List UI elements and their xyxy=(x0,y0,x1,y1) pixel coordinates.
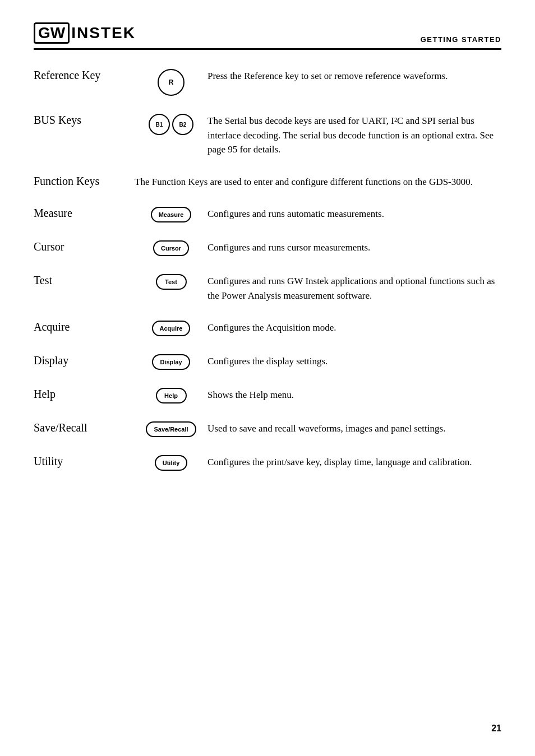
key-name-bus: BUS Keys xyxy=(34,112,135,127)
key-icon-reference: R xyxy=(135,67,207,96)
row-measure: Measure Measure Configures and runs auto… xyxy=(34,205,501,222)
key-icon-test: Test xyxy=(135,272,207,290)
row-bus-keys: BUS Keys B1 B2 The Serial bus decode key… xyxy=(34,112,501,157)
key-desc-bus: The Serial bus decode keys are used for … xyxy=(207,112,501,157)
key-name-function: Function Keys xyxy=(34,173,135,188)
row-display: Display Display Configures the display s… xyxy=(34,352,501,370)
key-icon-measure: Measure xyxy=(135,205,207,222)
key-desc-test: Configures and runs GW Instek applicatio… xyxy=(207,272,501,303)
logo-instek-text: INSTEK xyxy=(71,24,136,42)
key-desc-function: The Function Keys are used to enter and … xyxy=(135,173,501,189)
key-name-measure: Measure xyxy=(34,205,135,220)
key-desc-measure: Configures and runs automatic measuremen… xyxy=(207,205,501,221)
cursor-button-icon[interactable]: Cursor xyxy=(153,240,189,256)
key-name-display: Display xyxy=(34,352,135,367)
key-icon-bus: B1 B2 xyxy=(135,112,207,135)
measure-button-icon[interactable]: Measure xyxy=(151,207,192,222)
key-desc-cursor: Configures and runs cursor measurements. xyxy=(207,238,501,255)
logo-gw-text: GW xyxy=(38,25,65,41)
display-button-icon[interactable]: Display xyxy=(152,354,190,370)
key-icon-save-recall: Save/Recall xyxy=(135,419,207,437)
page-number: 21 xyxy=(491,723,501,734)
reference-button-icon[interactable]: R xyxy=(158,69,185,96)
key-desc-acquire: Configures the Acquisition mode. xyxy=(207,318,501,335)
key-name-help: Help xyxy=(34,386,135,401)
key-name-save-recall: Save/Recall xyxy=(34,419,135,434)
row-utility: Utility Utility Configures the print/sav… xyxy=(34,453,501,471)
row-reference-key: Reference Key R Press the Reference key … xyxy=(34,67,501,96)
help-button-icon[interactable]: Help xyxy=(156,388,187,403)
key-name-test: Test xyxy=(34,272,135,287)
row-acquire: Acquire Acquire Configures the Acquisiti… xyxy=(34,318,501,336)
key-table: Reference Key R Press the Reference key … xyxy=(34,67,501,471)
key-icon-help: Help xyxy=(135,386,207,403)
test-button-icon[interactable]: Test xyxy=(156,274,187,290)
row-cursor: Cursor Cursor Configures and runs cursor… xyxy=(34,238,501,256)
key-desc-utility: Configures the print/save key, display t… xyxy=(207,453,501,470)
key-name-utility: Utility xyxy=(34,453,135,468)
bus-b2-button[interactable]: B2 xyxy=(172,114,193,135)
key-desc-save-recall: Used to save and recall waveforms, image… xyxy=(207,419,501,436)
row-save-recall: Save/Recall Save/Recall Used to save and… xyxy=(34,419,501,437)
row-help: Help Help Shows the Help menu. xyxy=(34,386,501,403)
section-label: GETTING STARTED xyxy=(421,35,501,44)
key-icon-acquire: Acquire xyxy=(135,318,207,336)
key-desc-display: Configures the display settings. xyxy=(207,352,501,369)
key-name-reference: Reference Key xyxy=(34,67,135,82)
key-desc-help: Shows the Help menu. xyxy=(207,386,501,402)
row-function-keys: Function Keys The Function Keys are used… xyxy=(34,173,501,189)
page: GW INSTEK GETTING STARTED Reference Key … xyxy=(0,0,535,756)
key-desc-reference: Press the Reference key to set or remove… xyxy=(207,67,501,84)
row-test: Test Test Configures and runs GW Instek … xyxy=(34,272,501,303)
key-icon-display: Display xyxy=(135,352,207,370)
key-name-acquire: Acquire xyxy=(34,318,135,333)
acquire-button-icon[interactable]: Acquire xyxy=(152,321,191,336)
bus-buttons-icon: B1 B2 xyxy=(149,114,193,135)
header: GW INSTEK GETTING STARTED xyxy=(34,22,501,44)
save-recall-button-icon[interactable]: Save/Recall xyxy=(146,421,196,437)
header-divider xyxy=(34,48,501,50)
bus-b1-button[interactable]: B1 xyxy=(149,114,170,135)
key-name-cursor: Cursor xyxy=(34,238,135,253)
key-icon-cursor: Cursor xyxy=(135,238,207,256)
logo-gw-box: GW xyxy=(34,22,70,44)
utility-button-icon[interactable]: Utility xyxy=(155,455,188,471)
logo: GW INSTEK xyxy=(34,22,136,44)
key-icon-utility: Utility xyxy=(135,453,207,471)
